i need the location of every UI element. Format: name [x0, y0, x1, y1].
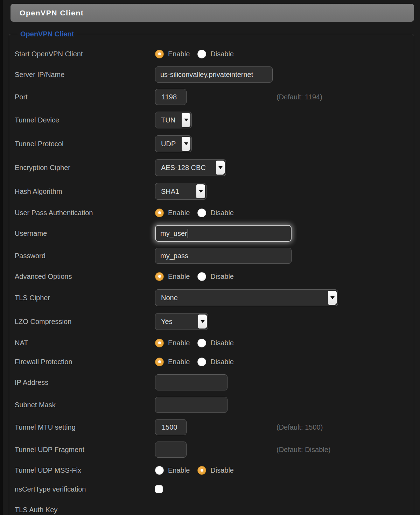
row-tls-cipher: TLS Cipher None [15, 286, 414, 310]
user-pass-auth-enable-radio[interactable] [155, 209, 164, 217]
udp-fragment-label: Tunnel UDP Fragment [15, 446, 155, 454]
password-input[interactable] [155, 248, 292, 264]
page-left-edge [0, 0, 3, 515]
fieldset-legend: OpenVPN Client [18, 30, 77, 38]
advanced-options-disable-radio[interactable] [197, 272, 206, 281]
password-label: Password [15, 252, 155, 260]
start-client-radio-group: Enable Disable [155, 50, 234, 58]
row-nat: NAT Enable Disable [15, 333, 414, 352]
row-password: Password [15, 245, 414, 267]
page-title-bar: OpenVPN Client [10, 4, 414, 22]
ip-address-label: IP Address [15, 379, 155, 387]
server-ip-input[interactable] [155, 66, 273, 83]
disable-label: Disable [210, 358, 234, 366]
tunnel-device-value: TUN [161, 116, 175, 124]
row-tunnel-device: Tunnel Device TUN [15, 108, 414, 132]
nat-enable-radio[interactable] [155, 339, 164, 347]
username-value: my_user [160, 230, 187, 238]
row-user-pass-authentication: User Pass Authentication Enable Disable [15, 203, 414, 222]
tunnel-mtu-label: Tunnel MTU setting [15, 423, 155, 431]
row-username: Username my_user [15, 222, 414, 245]
mss-fix-label: Tunnel UDP MSS-Fix [15, 466, 155, 474]
subnet-mask-input[interactable] [155, 397, 227, 413]
user-pass-auth-radio-group: Enable Disable [155, 209, 234, 217]
firewall-protection-disable-radio[interactable] [197, 358, 206, 366]
nat-disable-radio[interactable] [197, 339, 206, 347]
dropdown-button[interactable] [328, 291, 337, 305]
tunnel-device-label: Tunnel Device [15, 116, 155, 124]
tunnel-protocol-label: Tunnel Protocol [15, 140, 155, 148]
start-client-disable-radio[interactable] [197, 50, 206, 58]
mss-fix-disable-radio[interactable] [197, 466, 206, 475]
tunnel-protocol-value: UDP [161, 140, 176, 148]
tunnel-mtu-default-note: (Default: 1500) [276, 423, 323, 431]
start-client-label: Start OpenVPN Client [15, 50, 155, 58]
row-udp-fragment: Tunnel UDP Fragment (Default: Disable) [15, 438, 414, 461]
user-pass-auth-label: User Pass Authentication [15, 209, 155, 217]
openvpn-client-fieldset: OpenVPN Client Start OpenVPN Client Enab… [9, 30, 414, 515]
user-pass-auth-disable-radio[interactable] [197, 209, 206, 217]
port-default-note: (Default: 1194) [276, 93, 322, 101]
port-input[interactable] [155, 89, 187, 105]
row-subnet-mask: Subnet Mask [15, 394, 414, 416]
disable-label: Disable [210, 466, 234, 474]
chevron-down-icon [201, 320, 205, 323]
disable-label: Disable [210, 273, 234, 281]
chevron-down-icon [184, 142, 188, 145]
chevron-down-icon [218, 166, 223, 169]
tls-cipher-value: None [161, 294, 178, 302]
firewall-protection-enable-radio[interactable] [155, 358, 164, 366]
nat-radio-group: Enable Disable [155, 339, 234, 347]
encryption-cipher-select[interactable]: AES-128 CBC [155, 159, 226, 176]
lzo-compression-select[interactable]: Yes [155, 313, 208, 330]
row-tunnel-mtu: Tunnel MTU setting (Default: 1500) [15, 416, 414, 438]
tls-cipher-label: TLS Cipher [15, 294, 155, 302]
hash-algorithm-select[interactable]: SHA1 [155, 183, 206, 200]
chevron-down-icon [199, 190, 203, 193]
enable-label: Enable [168, 273, 190, 281]
lzo-compression-value: Yes [161, 318, 173, 326]
firewall-protection-label: Firewall Protection [15, 358, 155, 366]
disable-label: Disable [210, 209, 234, 217]
row-mss-fix: Tunnel UDP MSS-Fix Enable Disable [15, 461, 414, 480]
row-firewall-protection: Firewall Protection Enable Disable [15, 352, 414, 371]
hash-algorithm-value: SHA1 [161, 188, 179, 196]
mss-fix-radio-group: Enable Disable [155, 466, 234, 475]
subnet-mask-label: Subnet Mask [15, 401, 155, 409]
ip-address-input[interactable] [155, 374, 227, 390]
chevron-down-icon [184, 119, 188, 121]
mss-fix-enable-radio[interactable] [155, 466, 164, 475]
page-title: OpenVPN Client [20, 9, 84, 17]
username-input[interactable]: my_user [155, 225, 292, 242]
dropdown-button[interactable] [198, 315, 207, 329]
tunnel-mtu-input[interactable] [155, 419, 187, 435]
dropdown-button[interactable] [182, 113, 190, 127]
udp-fragment-input[interactable] [155, 442, 187, 458]
udp-fragment-default-note: (Default: Disable) [276, 446, 331, 454]
encryption-cipher-label: Encryption Cipher [15, 164, 155, 172]
chevron-down-icon [330, 296, 335, 299]
tunnel-protocol-select[interactable]: UDP [155, 135, 192, 152]
enable-label: Enable [168, 466, 190, 474]
nscerttype-checkbox[interactable] [155, 485, 163, 493]
server-label: Server IP/Name [15, 71, 155, 79]
port-label: Port [15, 93, 155, 101]
text-cursor [188, 229, 188, 238]
enable-label: Enable [168, 358, 190, 366]
dropdown-button[interactable] [216, 161, 225, 175]
disable-label: Disable [210, 339, 234, 347]
row-port: Port (Default: 1194) [15, 86, 414, 108]
row-tunnel-protocol: Tunnel Protocol UDP [15, 132, 414, 156]
nscerttype-label: nsCertType verification [15, 485, 155, 493]
row-advanced-options: Advanced Options Enable Disable [15, 267, 414, 286]
hash-algorithm-label: Hash Algorithm [15, 188, 155, 196]
dropdown-button[interactable] [196, 184, 205, 198]
dropdown-button[interactable] [182, 137, 190, 151]
encryption-cipher-value: AES-128 CBC [161, 164, 206, 172]
enable-label: Enable [168, 339, 190, 347]
tunnel-device-select[interactable]: TUN [155, 112, 192, 128]
start-client-enable-radio[interactable] [155, 50, 164, 58]
advanced-options-enable-radio[interactable] [155, 272, 164, 281]
row-ip-address: IP Address [15, 371, 414, 394]
tls-cipher-select[interactable]: None [155, 289, 338, 306]
